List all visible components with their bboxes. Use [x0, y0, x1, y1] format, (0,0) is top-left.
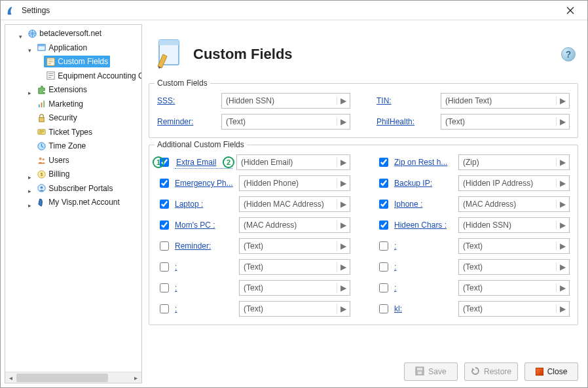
tree-item-users[interactable]: Users — [35, 154, 71, 166]
field-enable-checkbox[interactable] — [160, 179, 169, 188]
field-label-link[interactable]: Mom's PC : — [175, 220, 235, 230]
twisty-collapse-icon[interactable]: ▾ — [26, 47, 33, 54]
field-enable-checkbox[interactable] — [160, 220, 169, 230]
tree-item-billing[interactable]: $ Billing — [35, 168, 71, 180]
chevron-right-icon: ▶ — [556, 179, 569, 188]
field-type-select[interactable]: (Text)▶ — [458, 259, 570, 275]
field-label-link[interactable]: Reminder: — [157, 117, 217, 126]
field-enable-checkbox[interactable] — [379, 241, 388, 251]
bar-chart-icon — [37, 99, 46, 109]
field-type-select[interactable]: (Hidden SSN)▶ — [458, 217, 570, 233]
field-type-select[interactable]: (Text)▶ — [239, 301, 350, 317]
tree-item-root[interactable]: betacleversoft.net — [26, 27, 103, 39]
field-label-link[interactable]: SSS: — [157, 96, 217, 105]
field-type-select[interactable]: (Hidden Text)▶ — [441, 93, 570, 109]
field-label-link[interactable]: Backup IP: — [394, 179, 454, 188]
field-type-select[interactable]: (MAC Address)▶ — [458, 196, 570, 212]
twisty-expand-icon[interactable]: ▸ — [26, 90, 33, 96]
field-enable-checkbox[interactable] — [379, 262, 388, 272]
field-label-link[interactable]: : — [175, 304, 235, 313]
field-type-select[interactable]: (Text)▶ — [239, 259, 350, 275]
field-type-select[interactable]: (Text)▶ — [441, 114, 570, 130]
twisty-expand-icon[interactable]: ▸ — [26, 188, 33, 194]
restore-button[interactable]: Restore — [464, 362, 518, 381]
field-label-link[interactable]: TIN: — [377, 96, 437, 105]
combo-value: (Hidden IP Address) — [459, 179, 556, 188]
tree-item-equipment-accounting[interactable]: Equipment Accounting Controls — [44, 70, 141, 82]
svg-rect-6 — [41, 103, 43, 108]
field-label-link[interactable]: Emergency Ph... — [175, 179, 235, 188]
sidebar-hscrollbar[interactable]: ◂ ▸ — [5, 372, 141, 383]
field-type-select[interactable]: (Text)▶ — [458, 301, 570, 317]
tree-item-time-zone[interactable]: Time Zone — [35, 140, 88, 152]
field-type-select[interactable]: (Hidden MAC Address)▶ — [239, 196, 350, 212]
twisty-expand-icon[interactable]: ▸ — [26, 202, 33, 209]
scroll-left-icon[interactable]: ◂ — [5, 372, 16, 383]
field-enable-checkbox[interactable] — [379, 179, 388, 188]
twisty-expand-icon[interactable]: ▸ — [26, 174, 33, 181]
svg-rect-7 — [44, 101, 45, 107]
field-type-select[interactable]: (Hidden IP Address)▶ — [458, 175, 570, 191]
field-label-link[interactable]: : — [394, 283, 454, 292]
field-type-select[interactable]: (Hidden Email)▶ — [236, 154, 350, 170]
field-type-select[interactable]: (Text)▶ — [458, 280, 570, 296]
field-enable-checkbox[interactable] — [379, 283, 388, 292]
close-button[interactable]: Close — [524, 362, 578, 381]
tree-item-label: Marketing — [48, 98, 83, 110]
field-enable-checkbox[interactable] — [160, 283, 169, 292]
group-custom-fields: Custom Fields SSS:(Hidden SSN)▶TIN:(Hidd… — [149, 83, 578, 138]
field-enable-checkbox[interactable] — [379, 220, 388, 230]
field-enable-checkbox[interactable] — [160, 200, 169, 209]
tree-item-label: Users — [48, 154, 69, 166]
tree-item-extensions[interactable]: Extensions — [35, 84, 89, 96]
tree-item-application[interactable]: Application — [35, 42, 89, 54]
field-enable-checkbox[interactable] — [160, 241, 169, 251]
tree-item-my-account[interactable]: My Visp.net Account — [35, 196, 122, 208]
field-label-link[interactable]: PhilHealth: — [377, 117, 437, 126]
field-label-link[interactable]: : — [175, 262, 235, 272]
field-type-select[interactable]: (MAC Address)▶ — [239, 217, 350, 233]
field-row: :(Text)▶ — [377, 259, 570, 275]
chevron-right-icon: ▶ — [337, 200, 350, 209]
field-enable-checkbox[interactable] — [379, 158, 388, 167]
field-row: Reminder:(Text)▶ — [157, 114, 350, 130]
combo-value: (Hidden MAC Address) — [240, 200, 337, 209]
scroll-right-icon[interactable]: ▸ — [130, 372, 141, 383]
field-label-link[interactable]: : — [175, 283, 235, 292]
tree-item-subscriber-portals[interactable]: Subscriber Portals — [35, 183, 115, 194]
field-type-select[interactable]: (Text)▶ — [239, 280, 350, 296]
field-type-select[interactable]: (Hidden SSN)▶ — [221, 93, 350, 109]
tree-item-ticket-types[interactable]: Ticket Types — [35, 126, 94, 138]
combo-value: (Text) — [240, 304, 337, 313]
field-row: (Hidden Email)▶ — [157, 154, 350, 170]
field-enable-checkbox[interactable] — [379, 200, 388, 209]
field-type-select[interactable]: (Text)▶ — [239, 238, 350, 254]
field-row: :(Text)▶ — [377, 238, 570, 254]
field-label-link[interactable]: Zip on Rest h... — [394, 158, 454, 167]
field-enable-checkbox[interactable] — [379, 304, 388, 313]
window-close-button[interactable] — [557, 3, 583, 18]
field-label-link[interactable]: Iphone : — [394, 200, 454, 209]
tree-item-security[interactable]: Security — [35, 112, 79, 124]
field-label-link[interactable]: kl: — [394, 304, 454, 313]
save-button[interactable]: Save — [404, 362, 458, 381]
nav-tree: ▾ betacleversoft.net ▾ Application — [5, 25, 141, 371]
tree-item-marketing[interactable]: Marketing — [35, 98, 85, 110]
tree-item-custom-fields[interactable]: Custom Fields — [44, 56, 110, 67]
field-label-link[interactable]: Hideen Chars : — [394, 220, 454, 230]
tree-item-label: Time Zone — [48, 140, 86, 152]
field-label-link[interactable]: : — [394, 241, 454, 251]
field-enable-checkbox[interactable] — [160, 304, 169, 313]
field-label-link[interactable]: : — [394, 262, 454, 272]
help-icon[interactable]: ? — [561, 47, 576, 62]
twisty-collapse-icon[interactable]: ▾ — [17, 33, 24, 40]
combo-value: (Text) — [222, 117, 337, 126]
field-label-link[interactable]: Reminder: — [175, 241, 235, 251]
field-enable-checkbox[interactable] — [160, 262, 169, 272]
field-type-select[interactable]: (Hidden Phone)▶ — [239, 175, 350, 191]
field-type-select[interactable]: (Text)▶ — [221, 114, 350, 130]
field-type-select[interactable]: (Zip)▶ — [458, 154, 570, 170]
field-type-select[interactable]: (Text)▶ — [458, 238, 570, 254]
field-label-link[interactable]: Laptop : — [175, 200, 235, 209]
scroll-thumb[interactable] — [16, 374, 108, 382]
